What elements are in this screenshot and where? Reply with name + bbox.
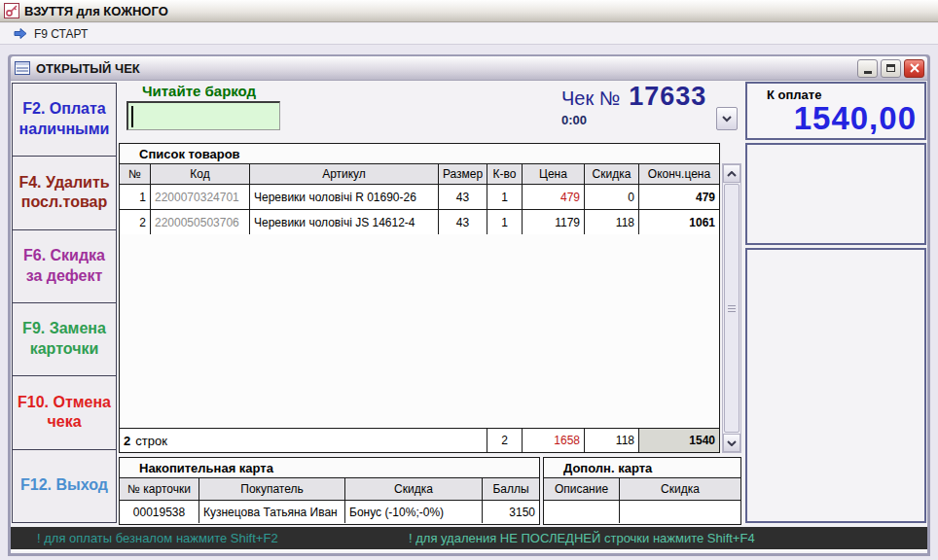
- start-arrow-icon: [14, 27, 27, 40]
- extra-card-header-row: Описание Скидка: [544, 477, 740, 500]
- pay-cash-button[interactable]: F2. Оплата наличными: [12, 83, 117, 157]
- maximize-icon: [886, 64, 895, 72]
- minimize-icon: [864, 71, 872, 74]
- totals-rows-number: 2: [124, 434, 130, 448]
- totals-discount: 118: [585, 429, 639, 452]
- scrollbar-thumb[interactable]: [724, 184, 740, 433]
- cell-discount: 118: [585, 210, 639, 234]
- app-title: ВЗУТТЯ для КОЖНОГО: [24, 4, 168, 18]
- cell-customer: Кузнецова Татьяна Иван: [199, 501, 345, 523]
- items-table-panel: Список товаров № Код Артикул Размер К-во…: [119, 143, 720, 453]
- app-icon: [4, 3, 19, 18]
- cell-qty: 1: [487, 210, 523, 234]
- cell-description: [544, 501, 620, 523]
- cell-size: 43: [439, 185, 487, 209]
- totals-rows-word: строк: [135, 434, 167, 448]
- maximize-button[interactable]: [881, 59, 901, 78]
- barcode-label: Читайте баркод: [142, 83, 256, 99]
- menu-bar: F9 СТАРТ: [0, 23, 938, 45]
- col-header-card-number: № карточки: [120, 478, 199, 500]
- window-controls: [857, 59, 924, 78]
- totals-qty: 2: [487, 429, 523, 452]
- function-buttons-sidebar: F2. Оплата наличными F4. Удалить посл.то…: [12, 83, 117, 523]
- col-header-num: №: [120, 164, 151, 184]
- check-dropdown-button[interactable]: [716, 107, 738, 130]
- menu-item-f9-start[interactable]: F9 СТАРТ: [34, 27, 88, 41]
- items-table-scrollbar[interactable]: [722, 163, 741, 453]
- items-table-totals-row: 2 строк 2 1658 118 1540: [120, 428, 719, 452]
- chevron-down-icon: [722, 116, 732, 122]
- check-label: Чек №: [561, 88, 620, 110]
- cell-card-number: 00019538: [120, 501, 199, 523]
- thumb-grip: [728, 311, 736, 312]
- col-header-discount: Скидка: [620, 478, 740, 500]
- cell-num: 2: [120, 210, 151, 234]
- items-table-title: Список товаров: [120, 144, 719, 163]
- cell-size: 43: [439, 210, 487, 234]
- loyalty-card-panel: Накопительная карта № карточки Покупател…: [119, 457, 540, 525]
- totals-final: 1540: [639, 429, 719, 452]
- extra-card-panel: Дополн. карта Описание Скидка: [543, 457, 741, 525]
- defect-discount-button[interactable]: F6. Скидка за дефект: [12, 229, 117, 303]
- app-window: ВЗУТТЯ для КОЖНОГО F9 СТАРТ ОТКРЫТЫЙ ЧЕК: [0, 0, 938, 560]
- delete-last-item-button[interactable]: F4. Удалить посл.товар: [12, 156, 117, 229]
- minimize-button[interactable]: [857, 59, 878, 78]
- status-message-delete-row: ! для удаления НЕ ПОСЛЕДНЕЙ строчки нажм…: [409, 531, 755, 545]
- exit-button[interactable]: F12. Выход: [12, 449, 117, 523]
- barcode-input[interactable]: [126, 101, 280, 130]
- receipt-window: ОТКРЫТЫЙ ЧЕК F2. Оплата наличными F4. Уд…: [8, 54, 930, 556]
- loyalty-card-data-row: 00019538 Кузнецова Татьяна Иван Бонус (-…: [120, 500, 539, 523]
- cell-discount: Бонус (-10%;-0%): [345, 501, 483, 523]
- form-icon: [15, 61, 30, 75]
- check-timer: 0:00: [561, 113, 587, 127]
- chevron-up-icon: [727, 171, 737, 177]
- col-header-final: Оконч.цена: [639, 164, 719, 184]
- cell-discount: 0: [585, 185, 639, 209]
- cell-price: 479: [523, 185, 585, 209]
- right-empty-panel-bottom: [745, 248, 926, 523]
- receipt-window-content: F2. Оплата наличными F4. Удалить посл.то…: [11, 81, 927, 553]
- cell-discount: [620, 501, 740, 523]
- payment-due-box: К оплате 1540,00: [745, 82, 926, 140]
- cell-qty: 1: [487, 185, 523, 209]
- thumb-grip: [728, 308, 736, 309]
- receipt-window-titlebar: ОТКРЫТЫЙ ЧЕК: [11, 56, 927, 81]
- col-header-description: Описание: [544, 478, 620, 500]
- loyalty-card-header-row: № карточки Покупатель Скидка Баллы: [120, 477, 539, 500]
- cell-final: 1061: [639, 210, 719, 234]
- chevron-down-icon: [727, 440, 737, 446]
- check-number-block: Чек № 17633: [561, 82, 706, 112]
- thumb-grip: [728, 305, 736, 306]
- cell-final: 479: [639, 185, 719, 209]
- col-header-discount: Скидка: [345, 478, 483, 500]
- table-row[interactable]: 1 2200070324701 Черевики чоловічі R 0169…: [120, 184, 719, 209]
- replace-card-button[interactable]: F9. Замена карточки: [12, 302, 117, 376]
- totals-rows-count: 2 строк: [120, 429, 487, 452]
- scroll-down-button[interactable]: [723, 434, 740, 452]
- scroll-up-button[interactable]: [723, 164, 740, 183]
- items-table-header-row: № Код Артикул Размер К-во Цена Скидка Ок…: [120, 163, 719, 184]
- cancel-check-button[interactable]: F10. Отмена чека: [12, 375, 117, 449]
- col-header-qty: К-во: [487, 164, 523, 184]
- cell-article: Черевики чоловічі R 01690-26: [250, 185, 439, 209]
- cell-code: 2200070324701: [151, 185, 250, 209]
- cell-num: 1: [120, 185, 151, 209]
- col-header-discount: Скидка: [585, 164, 639, 184]
- col-header-article: Артикул: [250, 164, 439, 184]
- text-caret: [131, 106, 133, 127]
- col-header-points: Баллы: [483, 478, 539, 500]
- loyalty-card-title: Накопительная карта: [120, 458, 539, 477]
- close-button[interactable]: [904, 59, 924, 78]
- status-message-cashless: ! для оплаты безналом нажмите Shift+F2: [37, 531, 278, 545]
- payment-due-amount: 1540,00: [747, 100, 917, 137]
- app-titlebar: ВЗУТТЯ для КОЖНОГО: [0, 0, 938, 22]
- close-icon: [910, 63, 920, 73]
- right-empty-panel-top: [745, 143, 926, 245]
- col-header-code: Код: [151, 164, 250, 184]
- col-header-size: Размер: [439, 164, 487, 184]
- extra-card-title: Дополн. карта: [544, 458, 740, 477]
- col-header-customer: Покупатель: [199, 478, 345, 500]
- cell-price: 1179: [523, 210, 585, 234]
- table-row[interactable]: 2 2200050503706 Черевики чоловічі JS 146…: [120, 209, 719, 234]
- check-number: 17633: [629, 82, 706, 112]
